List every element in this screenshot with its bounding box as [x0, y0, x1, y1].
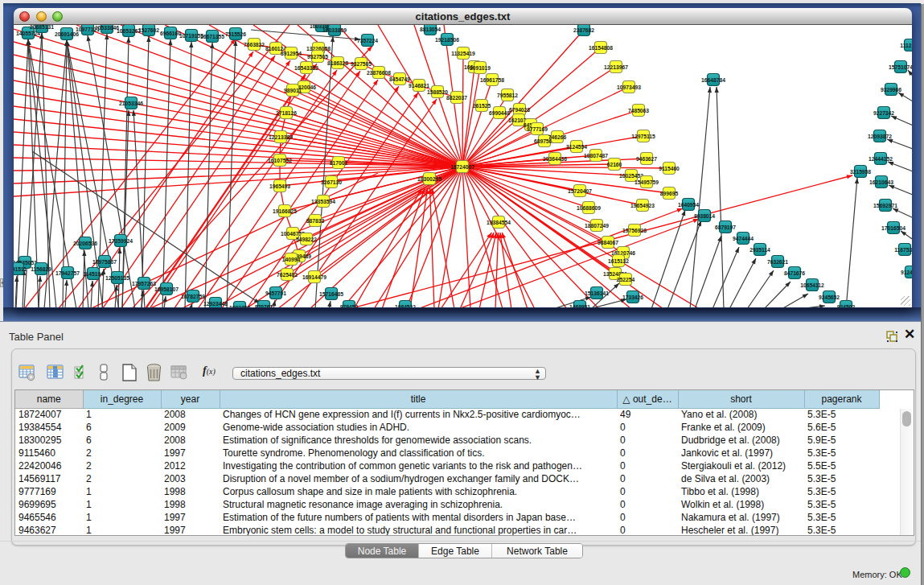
svg-text:2091019: 2091019 [470, 65, 491, 71]
svg-text:18807249: 18807249 [585, 223, 609, 229]
svg-text:12505135: 12505135 [105, 275, 129, 281]
svg-text:817001: 817001 [330, 160, 348, 166]
svg-text:17016504: 17016504 [881, 225, 906, 231]
svg-text:23876608: 23876608 [367, 70, 391, 76]
svg-text:9146821: 9146821 [409, 83, 429, 89]
svg-text:1527602: 1527602 [138, 27, 159, 33]
svg-text:16210643: 16210643 [869, 179, 893, 185]
svg-text:7515526: 7515526 [225, 31, 246, 37]
svg-text:5498222: 5498222 [296, 237, 317, 242]
svg-text:12444152: 12444152 [869, 156, 893, 162]
svg-text:8813054: 8813054 [420, 27, 441, 32]
svg-text:1965493: 1965493 [269, 183, 290, 189]
svg-text:7485063: 7485063 [628, 108, 649, 113]
svg-text:1145194: 1145194 [83, 271, 104, 277]
svg-text:62160: 62160 [607, 162, 622, 167]
svg-text:17942757: 17942757 [55, 270, 80, 276]
svg-text:12213967: 12213967 [604, 64, 628, 70]
svg-text:1468951: 1468951 [569, 304, 590, 308]
svg-text:11325419: 11325419 [451, 51, 475, 56]
svg-text:9327505: 9327505 [351, 61, 372, 67]
svg-text:3267130: 3267130 [321, 179, 342, 185]
svg-text:21053346: 21053346 [119, 101, 143, 106]
svg-text:1615132: 1615132 [608, 258, 629, 264]
svg-text:9115460: 9115460 [659, 166, 680, 171]
svg-text:17957263: 17957263 [132, 281, 156, 286]
svg-text:9777169: 9777169 [527, 126, 548, 132]
svg-text:6990448: 6990448 [489, 110, 510, 116]
svg-text:19218506: 19218506 [435, 37, 459, 43]
svg-text:10654112: 10654112 [800, 282, 824, 288]
svg-text:9327505: 9327505 [307, 54, 328, 60]
svg-text:10975867: 10975867 [92, 259, 117, 265]
svg-text:16914479: 16914479 [302, 274, 326, 280]
svg-text:15495759: 15495759 [634, 179, 659, 185]
svg-text:8912954: 8912954 [281, 51, 302, 56]
svg-text:19756928: 19756928 [622, 228, 647, 233]
svg-text:20364436: 20364436 [543, 156, 567, 162]
svg-text:899695: 899695 [660, 191, 679, 196]
svg-text:16154808: 16154808 [589, 45, 613, 51]
svg-text:924502: 924502 [837, 304, 856, 308]
svg-text:261525: 261525 [473, 103, 491, 109]
svg-text:8186328: 8186328 [327, 60, 348, 66]
svg-text:9463627: 9463627 [636, 156, 657, 162]
svg-text:16961758: 16961758 [480, 77, 504, 83]
svg-text:6794028: 6794028 [509, 107, 530, 113]
svg-text:9124502: 9124502 [901, 270, 912, 275]
svg-text:12923448: 12923448 [203, 301, 228, 307]
svg-text:8938014: 8938014 [694, 213, 715, 219]
svg-text:12213389: 12213389 [269, 134, 293, 140]
svg-text:10025453: 10025453 [619, 173, 643, 179]
svg-text:252254: 252254 [617, 277, 635, 282]
svg-text:7625402: 7625402 [277, 272, 298, 278]
svg-text:10653267: 10653267 [117, 28, 141, 34]
svg-text:10973493: 10973493 [617, 84, 641, 90]
svg-text:9227342: 9227342 [873, 110, 894, 116]
svg-text:15692971: 15692971 [873, 203, 897, 208]
svg-text:8454749: 8454749 [389, 76, 410, 82]
svg-text:6966160: 6966160 [160, 31, 181, 36]
svg-text:13353594: 13353594 [311, 199, 335, 204]
svg-text:1084522: 1084522 [395, 304, 416, 308]
svg-text:10958107: 10958107 [154, 286, 179, 292]
svg-text:7955812: 7955812 [497, 93, 518, 98]
svg-text:9245652: 9245652 [819, 295, 840, 300]
svg-text:1092450: 1092450 [229, 305, 250, 308]
svg-text:15751074: 15751074 [889, 64, 912, 70]
svg-text:1733426: 1733426 [622, 295, 643, 300]
svg-text:7663822: 7663822 [244, 42, 265, 47]
svg-text:19384554: 19384554 [487, 220, 511, 225]
svg-text:9474444: 9474444 [733, 236, 754, 241]
svg-text:1588520: 1588520 [427, 89, 448, 95]
svg-text:18724007: 18724007 [450, 164, 474, 170]
svg-text:10688609: 10688609 [577, 205, 601, 211]
svg-text:19166825: 19166825 [273, 208, 297, 214]
svg-text:2935114: 2935114 [749, 247, 770, 253]
svg-text:18300295: 18300295 [417, 176, 441, 182]
svg-text:1112184: 1112184 [900, 43, 912, 48]
svg-text:16543382: 16543382 [294, 65, 318, 71]
svg-text:1167533: 1167533 [894, 247, 912, 253]
svg-text:15720407: 15720407 [568, 188, 592, 194]
svg-text:20691406: 20691406 [55, 31, 79, 37]
svg-text:20533846: 20533846 [95, 25, 119, 31]
svg-text:979452: 979452 [340, 304, 359, 308]
svg-text:16782759: 16782759 [181, 294, 205, 299]
svg-text:2387682: 2387682 [573, 27, 594, 33]
svg-text:8471676: 8471676 [784, 270, 805, 276]
svg-text:19654923: 19654923 [630, 203, 655, 208]
svg-text:16671355: 16671355 [200, 34, 224, 39]
svg-text:3215958: 3215958 [850, 169, 871, 175]
svg-text:12093872: 12093872 [868, 134, 892, 139]
svg-text:391511: 391511 [14, 266, 27, 272]
svg-text:16107552: 16107552 [268, 158, 292, 163]
svg-text:9457791: 9457791 [265, 290, 286, 296]
svg-text:16648784: 16648784 [701, 77, 725, 83]
svg-text:15136141: 15136141 [585, 290, 609, 296]
svg-text:870761: 870761 [255, 304, 273, 308]
svg-text:16033809: 16033809 [322, 27, 347, 33]
svg-text:140994: 140994 [282, 257, 301, 262]
svg-text:20206536: 20206536 [73, 241, 97, 246]
svg-text:7357224: 7357224 [357, 38, 378, 43]
